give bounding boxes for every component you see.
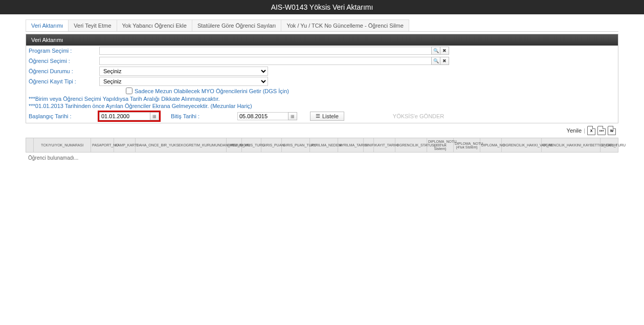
start-date-calendar-icon[interactable]: ▦	[150, 112, 159, 120]
row-student: Öğrenci Seçimi : 🔍 ✖	[26, 56, 618, 66]
col-ogrencilik-statusu: OGRENCILIK_STATUSU	[395, 138, 427, 153]
program-clear-icon[interactable]: ✖	[440, 47, 449, 55]
col-giris-puani: GIRIS_PUANI	[261, 138, 282, 153]
export-csv-icon[interactable]: csv	[597, 126, 606, 135]
end-date-input[interactable]	[237, 112, 288, 120]
regtype-select[interactable]: Seçiniz	[99, 77, 268, 86]
send-yoksis-button: YÖKSİS'e GÖNDER	[393, 113, 445, 119]
program-search-icon[interactable]: 🔍	[431, 47, 440, 55]
col-diploma-4: DIPLOMA_NOTU (4'luk Sistem)	[454, 138, 480, 153]
col-blank	[26, 138, 34, 153]
col-daha-once: DAHA_ONCE_BIR_YUKSEKOGRETIM_KURUMUNDAN_M…	[136, 138, 227, 153]
col-hakki-var: OGRENCILIK_HAKKI_VAR_MI	[502, 138, 542, 153]
refresh-link[interactable]: Yenile	[567, 127, 582, 134]
label-end-date: Bitiş Tarihi :	[171, 113, 237, 119]
col-giris-turu: GIRIS_TURU	[242, 138, 261, 153]
toolbar-separator: |	[584, 127, 585, 134]
tab-statu-sayilari[interactable]: Statülere Göre Öğrenci Sayıları	[192, 19, 281, 31]
student-search-icon[interactable]: 🔍	[431, 57, 440, 65]
col-kamp: KAMP_KARTI	[114, 138, 136, 153]
mezun-checkbox[interactable]	[126, 88, 132, 94]
col-hakki-kaybettigi: OGRENCILIK_HAKKINI_KAYBETTIGI_TARIH	[542, 138, 601, 153]
panel-header: Veri Aktarımı	[26, 34, 618, 46]
row-regtype: Öğrenci Kayıt Tipi : Seçiniz	[26, 76, 618, 86]
label-program: Program Seçimi :	[26, 46, 98, 55]
col-tck: TCK/YU/YOK_NUMARASI	[34, 138, 91, 153]
list-button[interactable]: ☰ Listele	[310, 112, 344, 121]
note-1: ***Birim veya Öğrenci Seçimi Yapıldıysa …	[26, 95, 618, 102]
col-engel: ENGEL_TURU	[601, 138, 618, 153]
label-regtype: Öğrenci Kayıt Tipi :	[26, 77, 98, 86]
program-input[interactable]	[99, 47, 432, 55]
row-dates: Başlangıç Tarihi : ▦ Bitiş Tarihi : ▦ ☰ …	[26, 110, 618, 123]
table-header-row: TCK/YU/YOK_NUMARASI PASAPORT_NO KAMP_KAR…	[26, 138, 618, 153]
main-panel: Veri Aktarımı Program Seçimi : 🔍 ✖ Öğren…	[26, 34, 618, 123]
row-status: Öğrenci Durumu : Seçiniz	[26, 66, 618, 76]
tab-yabanci-ogrenci[interactable]: Yok Yabancı Öğrenci Ekle	[117, 19, 192, 31]
label-status: Öğrenci Durumu :	[26, 67, 98, 76]
export-excel-icon[interactable]: X	[587, 126, 595, 135]
col-birim: BIRIM_ID	[227, 138, 242, 153]
note-2: ***01.01.2013 Tarihinden önce Ayrılan Öğ…	[26, 102, 618, 110]
end-date-calendar-icon[interactable]: ▦	[288, 112, 297, 120]
col-ayrilma-nedeni: AYRILMA_NEDENI	[310, 138, 338, 153]
student-clear-icon[interactable]: ✖	[440, 57, 449, 65]
checkbox-label: Sadece Mezun Olabilecek MYO Öğrencilerin…	[135, 88, 289, 94]
data-table: TCK/YU/YOK_NUMARASI PASAPORT_NO KAMP_KAR…	[26, 138, 618, 153]
col-giris-puan-turu: GIRIS_PUAN_TURU	[282, 138, 310, 153]
tab-veri-aktarimi[interactable]: Veri Aktarımı	[26, 19, 69, 31]
end-date-wrapper: ▦	[237, 112, 297, 120]
col-ayrilma-tarihi: AYRILMA_TARIHI	[338, 138, 364, 153]
col-sinifi: SINIFI	[364, 138, 374, 153]
page-container: Veri Aktarımı Veri Teyit Etme Yok Yabanc…	[0, 14, 644, 168]
form-section: Program Seçimi : 🔍 ✖ Öğrenci Seçimi : 🔍 …	[26, 46, 618, 123]
label-start-date: Başlangıç Tarihi :	[29, 113, 98, 119]
label-student: Öğrenci Seçimi :	[26, 56, 98, 66]
row-program: Program Seçimi : 🔍 ✖	[26, 46, 618, 56]
col-diploma-no: DIPLOMA_NO	[480, 138, 502, 153]
app-title: AIS-W0143 Yöksis Veri Aktarımı	[271, 3, 373, 11]
list-icon: ☰	[316, 114, 320, 119]
status-select[interactable]: Seçiniz	[99, 67, 268, 76]
table-toolbar: Yenile | X csv W	[26, 123, 618, 138]
start-date-input[interactable]	[99, 112, 150, 120]
start-date-highlight: ▦	[98, 111, 161, 122]
row-checkbox: Sadece Mezun Olabilecek MYO Öğrencilerin…	[26, 86, 618, 95]
student-input[interactable]	[99, 57, 432, 65]
col-kayit-tarihi: KAYIT_TARIHI	[374, 138, 395, 153]
tabs-row: Veri Aktarımı Veri Teyit Etme Yok Yabanc…	[26, 19, 618, 32]
tab-no-guncelleme[interactable]: Yok / Yu / TCK No Güncelleme - Öğrenci S…	[281, 19, 409, 31]
tab-veri-teyit[interactable]: Veri Teyit Etme	[68, 19, 117, 31]
export-word-icon[interactable]: W	[608, 126, 616, 135]
no-data-message: Öğrenci bulunamadı...	[26, 153, 618, 163]
app-title-bar: AIS-W0143 Yöksis Veri Aktarımı	[0, 0, 644, 14]
col-pasaport: PASAPORT_NO	[91, 138, 114, 153]
panel-title: Veri Aktarımı	[31, 37, 63, 43]
